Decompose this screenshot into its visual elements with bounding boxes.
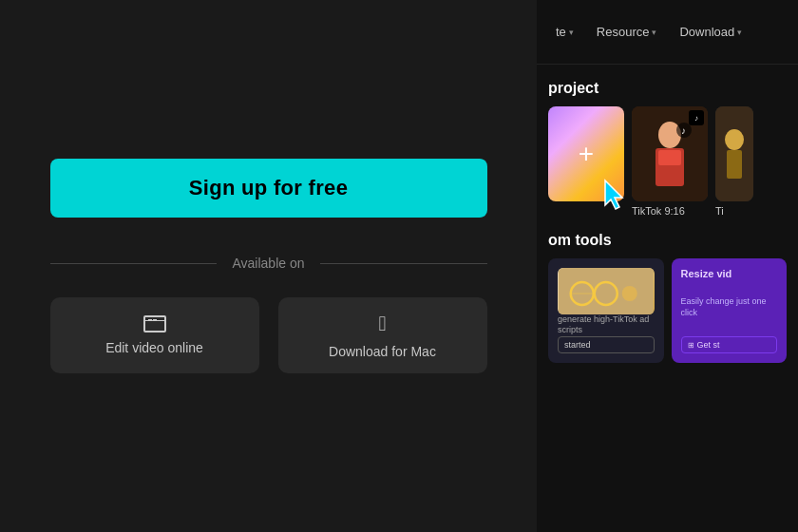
svg-point-2: [658, 122, 681, 148]
tiktok-card-label: TikTok 9:16: [632, 205, 708, 217]
resize-title: Resize vid: [681, 268, 778, 279]
svg-text:♪: ♪: [681, 125, 686, 136]
nav-download[interactable]: Download ▾: [670, 19, 751, 45]
nav-create-label: te: [556, 25, 566, 39]
new-project-card[interactable]: +: [548, 106, 624, 201]
tiktok-logo: ♪: [689, 110, 704, 125]
resize-desc: Easily change just one click: [681, 296, 778, 318]
tiktok-thumbnail: ♪ ♪: [632, 106, 708, 201]
resize-card-content: Resize vid Easily change just one click …: [672, 258, 788, 363]
divider-right: [320, 263, 487, 264]
resize-icon: ⊞: [688, 341, 694, 350]
tools-cards: generate high-TikTok ad scripts started …: [548, 258, 787, 363]
edit-video-online-button[interactable]: Edit video online: [50, 297, 259, 373]
svg-point-13: [622, 286, 637, 301]
nav-resource-label: Resource: [597, 25, 650, 39]
plus-icon: +: [579, 141, 594, 167]
available-on-row: Available on: [50, 256, 487, 271]
top-nav: te ▾ Resource ▾ Download ▾: [537, 0, 798, 65]
resize-action-label: Get st: [697, 340, 720, 350]
ai-scripts-card-content: generate high-TikTok ad scripts started: [548, 258, 664, 363]
ai-scripts-desc: generate high-TikTok ad scripts: [558, 314, 655, 336]
project-section: project +: [548, 80, 787, 217]
nav-resource[interactable]: Resource ▾: [587, 19, 667, 45]
jewelry-svg: [558, 268, 655, 314]
available-on-label: Available on: [232, 256, 304, 271]
resize-video-card[interactable]: Resize vid Easily change just one click …: [672, 258, 788, 363]
platform-buttons: Edit video online  Download for Mac: [50, 297, 487, 373]
extra-card-thumb: [715, 106, 753, 201]
edit-video-label: Edit video online: [105, 340, 203, 355]
cursor-icon: [601, 179, 636, 213]
browser-icon: [143, 315, 166, 332]
tiktok-card[interactable]: ♪ ♪ TikTok 9:16: [632, 106, 708, 217]
svg-rect-9: [727, 150, 742, 179]
jewelry-image: [558, 268, 655, 314]
svg-rect-10: [559, 268, 654, 314]
project-cards: +: [548, 106, 787, 217]
sign-up-button[interactable]: Sign up for free: [50, 159, 487, 218]
nav-download-label: Download: [679, 25, 734, 39]
ai-scripts-card[interactable]: generate high-TikTok ad scripts started: [548, 258, 664, 363]
divider-left: [50, 263, 218, 264]
tools-section: om tools: [548, 232, 787, 363]
chevron-down-icon: ▾: [737, 28, 742, 37]
extra-card[interactable]: Ti: [715, 106, 753, 217]
download-mac-label: Download for Mac: [329, 344, 436, 359]
right-panel: te ▾ Resource ▾ Download ▾ project +: [537, 0, 798, 532]
extra-card-label: Ti: [715, 205, 753, 217]
tools-section-title: om tools: [548, 232, 787, 249]
extra-thumb-image: [715, 106, 753, 201]
ai-scripts-started-button[interactable]: started: [558, 336, 655, 353]
left-panel: Sign up for free Available on Edit video…: [0, 0, 537, 532]
chevron-down-icon: ▾: [652, 28, 656, 37]
ai-scripts-action-label: started: [564, 340, 591, 350]
svg-marker-0: [605, 180, 622, 209]
svg-point-8: [725, 129, 744, 150]
project-section-title: project: [548, 80, 787, 97]
download-for-mac-button[interactable]:  Download for Mac: [278, 297, 487, 373]
svg-rect-4: [658, 150, 681, 165]
resize-get-started-button[interactable]: ⊞ Get st: [681, 336, 778, 353]
nav-create[interactable]: te ▾: [546, 19, 583, 45]
chevron-down-icon: ▾: [569, 28, 574, 37]
right-content: project +: [537, 65, 798, 532]
apple-icon: : [378, 312, 386, 336]
